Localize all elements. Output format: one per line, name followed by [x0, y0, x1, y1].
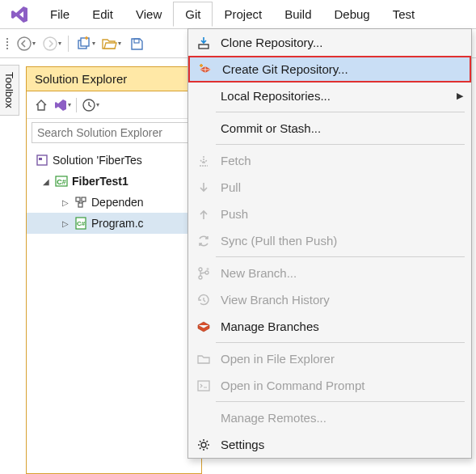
- menu-label: Manage Branches: [221, 320, 319, 333]
- menu-project[interactable]: Project: [213, 2, 273, 26]
- git-pull-item[interactable]: Pull: [188, 174, 471, 201]
- tree-project-node[interactable]: ◢ C# FiberTest1: [27, 171, 201, 192]
- git-create-repo-item[interactable]: Create Git Repository...: [188, 56, 471, 83]
- toolbox-tab[interactable]: Toolbox: [0, 65, 19, 116]
- svg-rect-11: [82, 197, 86, 201]
- menu-git[interactable]: Git: [173, 2, 213, 27]
- menu-label: Clone Repository...: [221, 36, 322, 49]
- git-commit-item[interactable]: Commit or Stash...: [188, 115, 471, 142]
- save-button[interactable]: [125, 32, 148, 55]
- menu-label: Open in Command Prompt: [221, 379, 364, 392]
- solution-icon: [35, 153, 49, 167]
- svg-rect-4: [134, 39, 139, 43]
- menu-separator: [216, 342, 465, 343]
- tree-dependencies-node[interactable]: ▷ Dependen: [27, 192, 201, 213]
- terminal-icon: [195, 377, 213, 395]
- csharp-file-icon: C#: [74, 216, 88, 231]
- git-manage-remotes-item[interactable]: Manage Remotes...: [188, 404, 471, 431]
- svg-point-18: [205, 271, 209, 274]
- git-new-branch-item[interactable]: New Branch...: [188, 260, 471, 286]
- clone-icon: [195, 34, 213, 52]
- panel-title: Solution Explorer: [27, 67, 201, 91]
- search-box[interactable]: [32, 122, 196, 143]
- toolbar-grip-icon: [6, 38, 8, 49]
- git-sync-item[interactable]: Sync (Pull then Push): [188, 227, 471, 254]
- expand-icon[interactable]: ▷: [61, 219, 70, 228]
- git-menu-dropdown: Clone Repository... Create Git Repositor…: [187, 28, 472, 459]
- pending-changes-button[interactable]: ▾: [81, 95, 100, 115]
- git-fetch-item[interactable]: Fetch: [188, 147, 471, 174]
- svg-point-20: [201, 442, 206, 447]
- new-branch-icon: [195, 265, 213, 282]
- menu-label: Push: [221, 207, 248, 221]
- push-icon: [195, 205, 213, 223]
- nav-back-button[interactable]: ▾: [15, 32, 37, 55]
- nav-forward-button[interactable]: ▾: [40, 32, 63, 55]
- menu-label: View Branch History: [221, 293, 330, 307]
- menu-build[interactable]: Build: [273, 2, 322, 26]
- menu-label: Sync (Pull then Push): [221, 234, 337, 248]
- switch-views-button[interactable]: ▾: [53, 95, 72, 115]
- svg-text:C#: C#: [57, 178, 66, 186]
- svg-point-1: [44, 37, 57, 50]
- solution-tree: Solution 'FiberTes ◢ C# FiberTest1 ▷ Dep…: [27, 146, 201, 237]
- dependencies-icon: [74, 195, 88, 209]
- svg-point-16: [199, 268, 202, 271]
- search-input[interactable]: [32, 123, 196, 142]
- git-open-explorer-item[interactable]: Open in File Explorer: [188, 345, 471, 372]
- svg-rect-15: [199, 44, 209, 49]
- git-settings-item[interactable]: Settings: [188, 431, 471, 458]
- git-clone-item[interactable]: Clone Repository...: [188, 29, 471, 56]
- menu-label: Local Repositories...: [221, 89, 331, 103]
- git-local-repos-item[interactable]: Local Repositories... ▶: [188, 83, 471, 109]
- tree-solution-node[interactable]: Solution 'FiberTes: [27, 150, 201, 171]
- blank-icon: [195, 87, 213, 105]
- home-button[interactable]: [32, 95, 51, 115]
- collapse-icon[interactable]: ◢: [41, 177, 51, 186]
- open-folder-button[interactable]: ▾: [99, 32, 122, 55]
- expand-icon[interactable]: ▷: [61, 198, 70, 207]
- menu-label: Manage Remotes...: [221, 411, 326, 425]
- blank-icon: [195, 409, 213, 427]
- menubar: File Edit View Git Project Build Debug T…: [0, 0, 476, 29]
- menu-separator: [216, 112, 465, 112]
- folder-icon: [195, 350, 213, 368]
- menu-separator: [216, 256, 465, 257]
- menu-file[interactable]: File: [39, 2, 81, 26]
- svg-rect-3: [81, 38, 89, 46]
- menu-label: Commit or Stash...: [221, 121, 321, 135]
- branches-icon: [195, 318, 213, 336]
- menu-label: Settings: [221, 438, 264, 451]
- svg-rect-10: [76, 197, 80, 201]
- tree-file-node[interactable]: ▷ C# Program.c: [27, 213, 201, 234]
- svg-rect-12: [78, 203, 82, 207]
- menu-label: Open in File Explorer: [221, 352, 335, 366]
- git-push-item[interactable]: Push: [188, 201, 471, 227]
- csharp-project-icon: C#: [54, 174, 69, 188]
- blank-icon: [195, 120, 213, 138]
- gear-icon: [195, 436, 213, 454]
- menu-separator: [216, 144, 465, 145]
- git-history-item[interactable]: View Branch History: [188, 286, 471, 313]
- create-repo-icon: [196, 61, 214, 78]
- tree-label: Program.c: [91, 217, 144, 230]
- pull-icon: [195, 179, 213, 197]
- svg-rect-7: [39, 158, 42, 160]
- git-manage-branches-item[interactable]: Manage Branches: [188, 313, 471, 340]
- menu-debug[interactable]: Debug: [323, 2, 381, 26]
- new-item-button[interactable]: ▾: [74, 32, 96, 55]
- toolbar-separator: [68, 36, 69, 52]
- menu-label: Fetch: [221, 154, 251, 167]
- separator: [76, 98, 77, 112]
- menu-test[interactable]: Test: [381, 2, 427, 26]
- menu-edit[interactable]: Edit: [81, 2, 124, 26]
- submenu-arrow-icon: ▶: [457, 91, 463, 101]
- git-open-cmd-item[interactable]: Open in Command Prompt: [188, 372, 471, 399]
- tree-label: FiberTest1: [72, 175, 128, 188]
- tree-label: Dependen: [91, 196, 144, 209]
- svg-point-17: [199, 276, 202, 279]
- menu-view[interactable]: View: [124, 2, 173, 26]
- sync-icon: [195, 232, 213, 250]
- solution-explorer-panel: Solution Explorer ▾ ▾ Solution ': [26, 66, 202, 474]
- menu-label: New Branch...: [221, 266, 297, 280]
